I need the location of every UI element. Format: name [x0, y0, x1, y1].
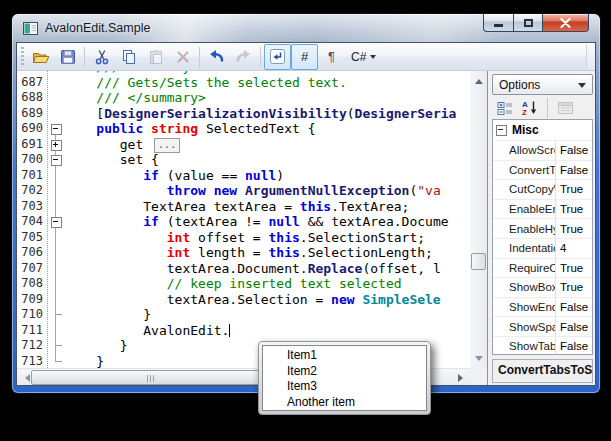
delete-button[interactable] — [169, 44, 196, 70]
toolbar-overflow[interactable] — [586, 44, 595, 69]
options-combobox[interactable]: Options — [492, 74, 593, 95]
code-editor[interactable]: 686 /// <summary>687 /// Gets/Sets the s… — [17, 71, 488, 385]
property-value[interactable]: True — [555, 200, 592, 219]
vertical-scroll-thumb[interactable] — [471, 253, 486, 270]
code-line[interactable]: 709 textArea.Selection = new SimpleSele — [17, 292, 470, 308]
toolbar-grip[interactable] — [21, 47, 24, 67]
property-name[interactable]: RequireCo — [509, 259, 555, 278]
property-value[interactable]: True — [555, 219, 592, 238]
property-value[interactable]: False — [555, 298, 592, 317]
formatting-marks-toggle[interactable]: ¶ — [318, 44, 345, 70]
code-text[interactable]: } — [65, 338, 128, 354]
code-line[interactable]: 703 TextArea textArea = this.TextArea; — [17, 199, 470, 215]
property-row[interactable]: Indentatio4 — [493, 239, 592, 259]
code-text[interactable]: } — [65, 354, 104, 369]
code-text[interactable]: [DesignerSerializationVisibility(Designe… — [65, 106, 456, 122]
property-name[interactable]: Indentatio — [509, 239, 555, 258]
code-line[interactable]: 704 if (textArea != null && textArea.Doc… — [17, 214, 470, 230]
editor-viewport[interactable]: 686 /// <summary>687 /// Gets/Sets the s… — [17, 71, 470, 368]
code-text[interactable]: throw new ArgumentNullException("va — [65, 183, 441, 199]
code-text[interactable]: /// Gets/Sets the selected text. — [65, 75, 347, 91]
close-button[interactable] — [542, 14, 589, 32]
property-value[interactable]: False — [555, 317, 592, 336]
completion-item[interactable]: Item3 — [263, 379, 426, 395]
fold-collapse-icon[interactable] — [51, 124, 62, 135]
property-row[interactable]: ShowEndFalse — [493, 298, 592, 318]
category-row-misc[interactable]: Misc — [493, 120, 592, 141]
property-value[interactable]: False — [555, 337, 592, 355]
code-text[interactable]: TextArea textArea = this.TextArea; — [65, 199, 409, 215]
property-name[interactable]: ShowEnd — [509, 298, 555, 317]
undo-button[interactable] — [203, 44, 230, 70]
code-text[interactable]: set { — [65, 152, 159, 168]
property-row[interactable]: RequireCoTrue — [493, 259, 592, 279]
code-text[interactable]: /// </summary> — [65, 90, 206, 106]
completion-item[interactable]: Item1 — [263, 348, 426, 364]
property-row[interactable]: CutCopyWTrue — [493, 180, 592, 200]
code-text[interactable]: public string SelectedText { — [65, 121, 315, 137]
code-line[interactable]: 688 /// </summary> — [17, 90, 470, 106]
cut-button[interactable] — [88, 44, 115, 70]
code-line[interactable]: 701 if (value == null) — [17, 168, 470, 184]
fold-expand-icon[interactable] — [51, 140, 62, 151]
code-text[interactable]: textArea.Selection = new SimpleSele — [65, 292, 441, 308]
code-text[interactable]: textArea.Document.Replace(offset, l — [65, 261, 441, 277]
collapsed-fold-box[interactable]: ... — [154, 138, 180, 153]
scroll-right-button[interactable] — [454, 369, 470, 386]
code-line[interactable]: 702 throw new ArgumentNullException("va — [17, 183, 470, 199]
code-line[interactable]: 706 int length = this.SelectionLength; — [17, 245, 470, 261]
vertical-scrollbar[interactable] — [470, 71, 487, 368]
code-line[interactable]: 708 // keep inserted text selected — [17, 276, 470, 292]
property-row[interactable]: ShowTabFalse — [493, 337, 592, 355]
code-line[interactable]: 687 /// Gets/Sets the selected text. — [17, 75, 470, 91]
collapse-minus-icon[interactable] — [496, 125, 507, 136]
categorized-view-button[interactable] — [494, 98, 516, 118]
open-button[interactable] — [27, 44, 54, 70]
code-line[interactable]: 690 public string SelectedText { — [17, 121, 470, 137]
horizontal-scroll-thumb[interactable] — [31, 370, 273, 385]
save-button[interactable] — [54, 44, 81, 70]
property-value[interactable]: True — [555, 259, 592, 278]
line-numbers-toggle[interactable]: # — [291, 44, 318, 70]
property-value[interactable]: True — [555, 278, 592, 297]
code-line[interactable]: 710 } — [17, 307, 470, 323]
property-value[interactable]: False — [555, 141, 592, 160]
minimize-button[interactable] — [483, 14, 514, 32]
scroll-up-button[interactable] — [470, 71, 487, 87]
property-row[interactable]: EnableHyTrue — [493, 219, 592, 239]
code-text[interactable]: if (value == null) — [65, 168, 284, 184]
property-name[interactable]: EnableEm — [509, 200, 555, 219]
copy-button[interactable] — [115, 44, 142, 70]
code-line[interactable]: 700 set { — [17, 152, 470, 168]
code-text[interactable]: // keep inserted text selected — [65, 276, 402, 292]
code-line[interactable]: 705 int offset = this.SelectionStart; — [17, 230, 470, 246]
code-text[interactable]: if (textArea != null && textArea.Docume — [65, 214, 449, 230]
property-value[interactable]: True — [555, 180, 592, 199]
language-dropdown[interactable]: C# — [345, 44, 382, 70]
property-row[interactable]: ConvertTaFalse — [493, 161, 592, 181]
sort-alphabetical-button[interactable]: A Z — [519, 98, 541, 118]
maximize-button[interactable] — [513, 14, 543, 32]
code-line[interactable]: 689 [DesignerSerializationVisibility(Des… — [17, 106, 470, 122]
code-text[interactable]: get ... — [65, 137, 180, 153]
property-value[interactable]: 4 — [555, 239, 592, 258]
code-line[interactable]: 711 AvalonEdit. — [17, 323, 470, 339]
property-name[interactable]: AllowScro — [509, 141, 555, 160]
property-row[interactable]: ShowSpaFalse — [493, 317, 592, 337]
code-line[interactable]: 691 get ... — [17, 137, 470, 153]
code-text[interactable]: AvalonEdit. — [65, 323, 230, 339]
property-name[interactable]: ShowSpa — [509, 317, 555, 336]
code-text[interactable]: } — [65, 307, 151, 323]
property-name[interactable]: EnableHy — [509, 219, 555, 238]
property-pages-button[interactable] — [554, 98, 576, 118]
code-line[interactable]: 707 textArea.Document.Replace(offset, l — [17, 261, 470, 277]
paste-button[interactable] — [142, 44, 169, 70]
property-name[interactable]: ShowBox — [509, 278, 555, 297]
property-row[interactable]: AllowScroFalse — [493, 141, 592, 161]
property-name[interactable]: ShowTab — [509, 337, 555, 355]
property-name[interactable]: ConvertTa — [509, 161, 555, 180]
completion-item[interactable]: Another item — [263, 395, 426, 411]
word-wrap-toggle[interactable] — [264, 44, 291, 70]
property-value[interactable]: False — [555, 161, 592, 180]
fold-collapse-icon[interactable] — [51, 217, 62, 228]
